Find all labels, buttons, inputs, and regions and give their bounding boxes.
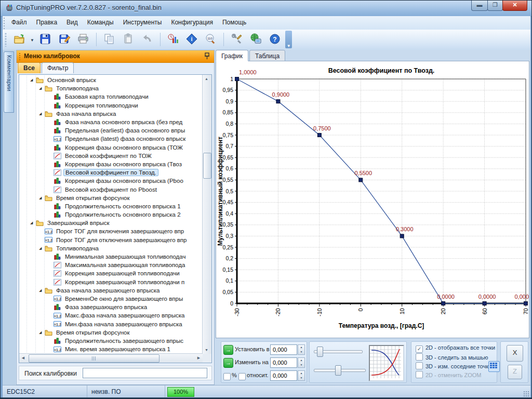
paste-icon[interactable] (120, 32, 137, 47)
tree-item[interactable]: Весовой коэффициент по Твозд. (19, 168, 203, 177)
tree-item[interactable]: =1.2Макс.фаза начала завершающего впрыск… (19, 311, 203, 320)
tree-item[interactable]: Фаза завершающего впрыска (19, 303, 203, 311)
change-value-input[interactable]: 0,000 (270, 357, 297, 368)
tree-item[interactable]: ◢Фаза начала впрыска (19, 110, 203, 118)
tree-item[interactable]: =1.2Предельная (latest) фаза основного в… (19, 135, 203, 143)
tab-filter[interactable]: Фильтр (42, 62, 74, 73)
tree-item[interactable]: ◢Фаза начала завершающего впрыска (19, 286, 203, 295)
tree-item[interactable]: Коррекция завершающей топливоподачи п (19, 278, 203, 286)
tree-item[interactable]: ◢Топливоподача (19, 244, 203, 252)
option-checkbox[interactable] (416, 371, 423, 378)
search-input[interactable] (83, 368, 207, 378)
tree-item[interactable]: ◢Время открытия форсунок (19, 194, 203, 202)
zoom-110-icon[interactable]: 110 (203, 32, 219, 47)
pin-icon[interactable] (204, 52, 210, 62)
tree-item[interactable]: ◢Завершающий впрыск (19, 219, 203, 227)
scroll-left-icon[interactable]: ◀ (19, 354, 27, 362)
option-checkbox[interactable] (416, 353, 423, 361)
z-axis-button[interactable]: Z (508, 365, 522, 379)
tree-item[interactable]: ◢Топливоподача (19, 84, 203, 92)
relative-checkbox[interactable] (238, 373, 246, 380)
tree-item[interactable]: Продолжительность основного впрыска 2 (19, 210, 203, 219)
menu-item[interactable]: Правка (32, 16, 62, 30)
help-icon[interactable]: ? (267, 32, 283, 47)
info-icon[interactable]: i (183, 32, 200, 47)
tree-item[interactable]: ◢Время открытия форсунок (19, 328, 203, 337)
tab-table[interactable]: Таблица (249, 50, 285, 61)
tree-item[interactable]: Базовая карта топливоподачи (19, 92, 203, 101)
vscroll-thumb[interactable] (203, 153, 211, 179)
expander-icon[interactable]: ◢ (39, 196, 45, 200)
tree-item[interactable]: Минимальная завершающая топливоподач (19, 252, 203, 261)
menu-item[interactable]: Команды (83, 16, 118, 30)
tree-item[interactable]: =1.2Мин.фаза начала завершающего впрыска (19, 320, 203, 328)
tree-item[interactable]: Продолжительность завершающего впрыс (19, 337, 203, 345)
tree-item[interactable]: =1.2Мин. время завершающего впрыска 1 (19, 345, 203, 353)
change-spinner[interactable]: ▲▼ (298, 357, 305, 368)
tree-item[interactable]: Коррекция фазы основного впрыска (Pboo (19, 177, 203, 185)
tree-item[interactable]: =1.2ВременнОе окно для завершающего впры (19, 295, 203, 303)
tab-chart[interactable]: График (216, 50, 248, 61)
tree-item[interactable]: Весовой коэффициент по Pboost (19, 185, 203, 193)
tree-item[interactable]: Предельная (earliest) фаза основного впр… (19, 126, 203, 135)
percent-spinner[interactable]: ▲▼ (298, 370, 305, 381)
scroll-up-icon[interactable]: ▲ (203, 75, 210, 83)
tab-all[interactable]: Все (18, 62, 41, 73)
tree-item[interactable]: =1.2Порог ТОГ для включения завершающего… (19, 227, 203, 235)
save-file-icon[interactable] (37, 32, 54, 47)
apply-set-button[interactable]: → (223, 345, 233, 355)
tools-icon[interactable] (229, 32, 245, 47)
tree-item[interactable]: Коррекция топливоподачи (19, 101, 203, 110)
hscroll-thumb[interactable] (29, 354, 159, 363)
minimize-button[interactable]: ▬ (471, 1, 488, 11)
menu-item[interactable]: Файл (7, 16, 32, 30)
scroll-down-icon[interactable]: ▼ (203, 346, 210, 354)
expander-icon[interactable]: ◢ (39, 112, 45, 116)
tree-item[interactable]: Коррекция завершающей топливоподачи (19, 269, 203, 277)
print-icon[interactable] (75, 32, 91, 47)
tree-item[interactable]: Фаза начала основного впрыска (без пред (19, 118, 203, 126)
set-value-input[interactable]: 0,000 (270, 344, 297, 355)
expander-icon[interactable]: ◢ (39, 288, 45, 292)
percent-value-input[interactable]: 0,000 (270, 370, 297, 381)
close-button[interactable]: ✕ (502, 1, 527, 11)
grid-button[interactable] (488, 361, 500, 372)
tree-vscrollbar[interactable]: ▲ ▼ (202, 75, 211, 354)
network-icon[interactable] (247, 32, 264, 47)
menu-item[interactable]: Помощь (218, 16, 251, 30)
tree-hscrollbar[interactable]: ◀ ▶ (19, 353, 203, 363)
tree-item[interactable]: Коррекция фазы основного впрыска (ТОЖ (19, 143, 203, 152)
tree-item[interactable]: Максимальная завершающая топливопода (19, 261, 203, 269)
resize-grip[interactable] (523, 391, 529, 397)
expander-icon[interactable]: ◢ (39, 86, 45, 90)
apply-change-button[interactable]: → (223, 358, 233, 368)
tree-item[interactable]: =1.2Порог ТОГ для отключения завершающег… (19, 236, 203, 244)
tree-item[interactable]: Весовой коэффициент по ТОЖ (19, 152, 203, 160)
save-as-icon[interactable] (56, 32, 73, 47)
menu-item[interactable]: Конфигурация (166, 16, 218, 30)
option-checkbox[interactable] (416, 362, 423, 369)
chart-tool-icon[interactable] (165, 32, 181, 47)
set-spinner[interactable]: ▲▼ (298, 344, 305, 355)
slider-1-thumb[interactable] (317, 347, 323, 357)
expander-icon[interactable]: ◢ (30, 78, 36, 82)
slider-2-thumb[interactable] (335, 365, 341, 376)
option-checkbox[interactable]: ✓ (416, 345, 423, 353)
expander-icon[interactable]: ◢ (39, 330, 45, 335)
percent-checkbox[interactable] (223, 373, 231, 380)
open-file-icon[interactable] (11, 32, 28, 47)
tree-item[interactable]: Коррекция фазы основного впрыска (Твоз (19, 160, 203, 168)
slider-1[interactable] (314, 350, 363, 353)
menu-item[interactable]: Вид (62, 16, 83, 30)
tree-item[interactable]: ◢Основной впрыск (19, 76, 203, 84)
maximize-button[interactable]: ❐ (487, 1, 503, 11)
toolbar-overflow[interactable]: ▼ (285, 31, 292, 48)
copy-icon[interactable] (101, 32, 117, 47)
expander-icon[interactable]: ◢ (39, 246, 45, 250)
menu-item[interactable]: Инструменты (118, 16, 167, 30)
undo-icon[interactable] (139, 32, 155, 47)
open-dropdown-icon[interactable]: ▼ (30, 38, 35, 43)
tree-item[interactable]: Продолжительность основного впрыска 1 (19, 202, 203, 210)
chart[interactable]: 00,050,10,150,20,250,30,350,40,450,50,55… (216, 61, 529, 338)
x-axis-button[interactable]: X (507, 345, 523, 362)
